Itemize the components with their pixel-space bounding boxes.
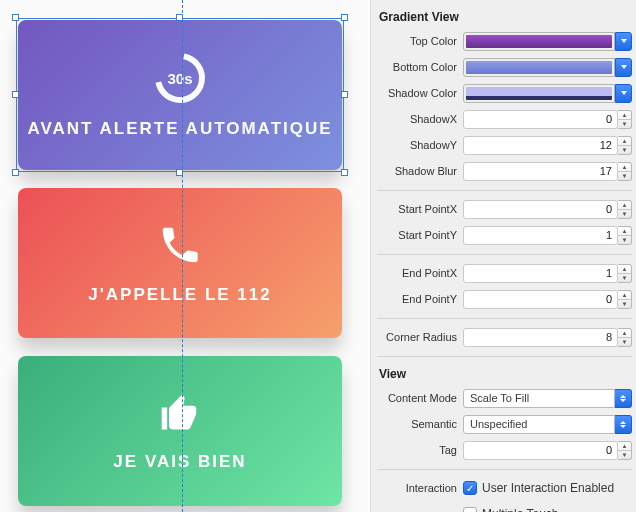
contentmode-popup[interactable]: Scale To Fill — [463, 389, 615, 408]
startpointx-field[interactable]: 0 — [463, 200, 618, 219]
startpointy-field[interactable]: 1 — [463, 226, 618, 245]
startpointx-stepper[interactable]: ▲▼ — [618, 200, 632, 219]
card-label: J'APPELLE LE 112 — [88, 285, 271, 305]
semantic-label: Semantic — [377, 418, 463, 430]
user-interaction-checkbox[interactable]: ✓ — [463, 481, 477, 495]
divider — [377, 254, 632, 255]
shadowy-label: ShadowY — [377, 139, 463, 151]
divider — [377, 190, 632, 191]
shadowblur-label: Shadow Blur — [377, 165, 463, 177]
svg-point-0 — [155, 53, 206, 104]
contentmode-label: Content Mode — [377, 392, 463, 404]
card-label: JE VAIS BIEN — [113, 452, 246, 472]
inspector-panel: Gradient View Top Color Bottom Color Sha… — [370, 0, 636, 512]
cornerradius-stepper[interactable]: ▲▼ — [618, 328, 632, 347]
top-color-well[interactable] — [463, 32, 615, 51]
contentmode-arrows[interactable] — [615, 389, 632, 408]
endpointx-label: End PointX — [377, 267, 463, 279]
startpointy-stepper[interactable]: ▲▼ — [618, 226, 632, 245]
interaction-label: Interaction — [377, 482, 463, 494]
tag-field[interactable]: 0 — [463, 441, 618, 460]
endpointy-label: End PointY — [377, 293, 463, 305]
endpointy-field[interactable]: 0 — [463, 290, 618, 309]
timer-icon: 30s — [153, 51, 207, 105]
tag-label: Tag — [377, 444, 463, 456]
shadowblur-field[interactable]: 17 — [463, 162, 618, 181]
endpointy-stepper[interactable]: ▲▼ — [618, 290, 632, 309]
top-color-menu[interactable] — [615, 32, 632, 51]
thumbs-up-icon — [158, 391, 202, 438]
multiple-touch-checkbox[interactable] — [463, 507, 477, 512]
divider — [377, 469, 632, 470]
view-header: View — [377, 363, 632, 386]
card-ok[interactable]: JE VAIS BIEN — [18, 356, 342, 506]
tag-stepper[interactable]: ▲▼ — [618, 441, 632, 460]
shadowx-label: ShadowX — [377, 113, 463, 125]
cornerradius-label: Corner Radius — [377, 331, 463, 343]
card-alert[interactable]: 30s AVANT ALERTE AUTOMATIQUE — [18, 20, 342, 170]
startpointy-label: Start PointY — [377, 229, 463, 241]
shadow-color-menu[interactable] — [615, 84, 632, 103]
shadowy-stepper[interactable]: ▲▼ — [618, 136, 632, 155]
card-label: AVANT ALERTE AUTOMATIQUE — [27, 119, 332, 139]
endpointx-stepper[interactable]: ▲▼ — [618, 264, 632, 283]
bottom-color-label: Bottom Color — [377, 61, 463, 73]
semantic-arrows[interactable] — [615, 415, 632, 434]
card-call[interactable]: J'APPELLE LE 112 — [18, 188, 342, 338]
endpointx-field[interactable]: 1 — [463, 264, 618, 283]
top-color-label: Top Color — [377, 35, 463, 47]
cornerradius-field[interactable]: 8 — [463, 328, 618, 347]
shadowy-field[interactable]: 12 — [463, 136, 618, 155]
divider — [377, 318, 632, 319]
multiple-touch-label: Multiple Touch — [482, 507, 559, 512]
semantic-popup[interactable]: Unspecified — [463, 415, 615, 434]
shadow-color-label: Shadow Color — [377, 87, 463, 99]
user-interaction-label: User Interaction Enabled — [482, 481, 614, 495]
shadowx-stepper[interactable]: ▲▼ — [618, 110, 632, 129]
gradient-view-header: Gradient View — [377, 6, 632, 29]
bottom-color-well[interactable] — [463, 58, 615, 77]
phone-icon — [157, 222, 203, 271]
canvas-area[interactable]: 30s AVANT ALERTE AUTOMATIQUE J'APPELLE L… — [0, 0, 370, 512]
shadowx-field[interactable]: 0 — [463, 110, 618, 129]
shadow-color-well[interactable] — [463, 84, 615, 103]
startpointx-label: Start PointX — [377, 203, 463, 215]
shadowblur-stepper[interactable]: ▲▼ — [618, 162, 632, 181]
divider — [377, 356, 632, 357]
bottom-color-menu[interactable] — [615, 58, 632, 77]
